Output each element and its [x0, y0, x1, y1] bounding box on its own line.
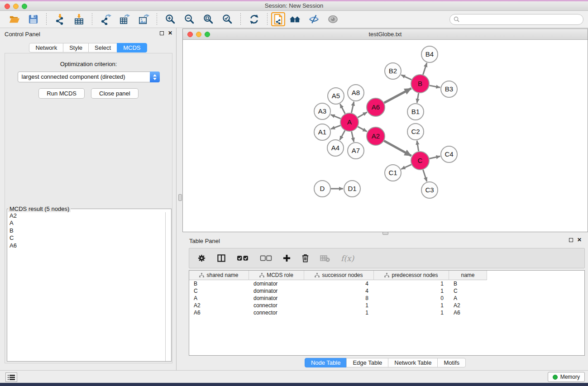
graph-edge-A-A6[interactable] [358, 112, 367, 118]
float-panel-icon[interactable] [569, 238, 573, 242]
show-column-button[interactable] [217, 254, 226, 262]
table-cell: dominator [249, 287, 304, 295]
graph-edge-A6-B[interactable] [384, 88, 411, 103]
column-header-successor-nodes[interactable]: successor nodes [304, 271, 374, 280]
splitter-handle[interactable] [178, 194, 182, 201]
table-row[interactable]: Adominator80A [189, 295, 584, 302]
graph-edge-B-B2[interactable] [401, 75, 411, 80]
graph-edge-A2-C[interactable] [384, 141, 411, 156]
show-graphics-details-button[interactable] [326, 13, 339, 26]
close-panel-icon[interactable]: ✕ [168, 31, 172, 35]
table-cell: C [449, 287, 487, 295]
result-item-a6[interactable]: A6 [7, 242, 165, 249]
delete-columns-button[interactable] [301, 254, 309, 262]
result-item-a2[interactable]: A2 [7, 212, 165, 219]
graph-edge-A-A8[interactable] [351, 102, 354, 113]
graph-edge-C-C1[interactable] [401, 165, 411, 169]
result-item-c[interactable]: C [7, 234, 165, 242]
table-options-button[interactable] [197, 254, 206, 262]
toolbar-separator [92, 13, 92, 26]
graph-node-label: A5 [332, 92, 340, 100]
table-cell: C [189, 287, 249, 295]
home-button[interactable] [288, 13, 301, 26]
delete-table-button[interactable] [320, 255, 330, 262]
plus-icon [283, 254, 291, 262]
column-header-mcds-role[interactable]: MCDS role [249, 271, 304, 280]
zoom-in-button[interactable] [163, 13, 177, 26]
zoom-out-button[interactable] [182, 13, 196, 26]
search-field[interactable] [449, 14, 583, 25]
graph-edge-C-C2[interactable] [417, 141, 419, 152]
close-window-button[interactable] [5, 4, 10, 9]
close-panel-icon[interactable]: ✕ [577, 238, 582, 242]
column-header-shared-name[interactable]: shared name [189, 271, 249, 280]
task-history-button[interactable] [5, 372, 17, 382]
graph-edge-A-A3[interactable] [331, 114, 341, 119]
mcds-result-box: MCDS result (5 nodes) A2ABCA6 [7, 205, 172, 362]
table-panel-title: Table Panel [189, 238, 220, 244]
result-item-a[interactable]: A [7, 219, 165, 227]
tab-network-table[interactable]: Network Table [388, 358, 438, 367]
graph-edge-C-C4[interactable] [430, 156, 440, 158]
tab-network[interactable]: Network [29, 43, 63, 52]
memory-button[interactable]: Memory [548, 372, 585, 382]
unselect-all-rows-button[interactable] [260, 255, 272, 262]
tab-style[interactable]: Style [63, 43, 89, 52]
save-session-button[interactable] [26, 13, 40, 26]
refresh-view-button[interactable] [247, 13, 261, 26]
table-row[interactable]: Cdominator41C [189, 287, 584, 295]
export-table-button[interactable] [118, 13, 131, 26]
close-network-button[interactable] [187, 32, 193, 37]
search-input[interactable] [462, 16, 579, 23]
graph-edge-A-A2[interactable] [358, 127, 367, 132]
table-row[interactable]: A2connector11A2 [189, 302, 584, 309]
zoom-fit-button[interactable] [201, 13, 215, 26]
minimize-network-button[interactable] [196, 32, 201, 37]
add-column-button[interactable] [283, 254, 291, 262]
graph-edge-A-A4[interactable] [340, 130, 345, 140]
table-cell: 1 [374, 280, 449, 287]
column-header-predecessor-nodes[interactable]: predecessor nodes [374, 271, 449, 280]
open-session-button[interactable] [7, 13, 21, 26]
import-table-button[interactable] [72, 13, 86, 26]
toolbar-separator [240, 13, 241, 26]
graph-edge-C-C3[interactable] [423, 170, 427, 181]
run-mcds-button[interactable]: Run MCDS [38, 88, 85, 99]
zoom-network-button[interactable] [205, 32, 210, 37]
import-network-button[interactable] [53, 13, 67, 26]
tab-node-table[interactable]: Node Table [305, 358, 347, 367]
save-floppy-icon [28, 14, 39, 25]
table-row[interactable]: Bdominator41B [189, 280, 584, 287]
graph-edge-B-B4[interactable] [423, 63, 427, 75]
select-all-rows-button[interactable] [237, 255, 249, 262]
network-canvas[interactable]: B4B2BB3A8A5A6A3B1AA1C2A2A4A7C4CC1C3DD1 [183, 40, 588, 232]
export-network-button[interactable] [99, 13, 112, 26]
graph-edge-A-A5[interactable] [340, 104, 345, 114]
graph-edge-B-B1[interactable] [417, 93, 419, 103]
hide-graphics-details-button[interactable] [307, 13, 320, 26]
graph-node-label: C [418, 157, 423, 164]
graph-edge-A-A1[interactable] [331, 125, 341, 129]
tab-edge-table[interactable]: Edge Table [346, 358, 388, 367]
result-item-b[interactable]: B [7, 227, 165, 234]
export-network-icon [100, 14, 111, 25]
float-panel-icon[interactable] [160, 31, 164, 35]
graph-node-label: A3 [318, 107, 326, 115]
tab-motifs[interactable]: Motifs [437, 358, 466, 367]
function-builder-button[interactable]: f(x) [341, 254, 354, 263]
tab-mcds[interactable]: MCDS [117, 43, 147, 52]
criterion-dropdown[interactable]: largest connected component (directed) [18, 71, 160, 82]
splitter-handle[interactable] [382, 232, 388, 235]
column-header-name[interactable]: name [449, 271, 487, 280]
minimize-window-button[interactable] [13, 4, 19, 9]
zoom-selected-button[interactable] [220, 13, 234, 26]
export-image-button[interactable] [137, 13, 150, 26]
close-panel-button[interactable]: Close panel [91, 88, 139, 99]
graph-edge-A-A7[interactable] [352, 132, 354, 142]
table-row[interactable]: A6connector11A6 [189, 309, 584, 316]
result-scrollbar[interactable] [165, 212, 171, 361]
zoom-window-button[interactable] [22, 4, 27, 9]
tab-select[interactable]: Select [88, 43, 117, 52]
graph-edge-B-B3[interactable] [430, 86, 440, 87]
network-overview-button[interactable] [271, 12, 285, 26]
